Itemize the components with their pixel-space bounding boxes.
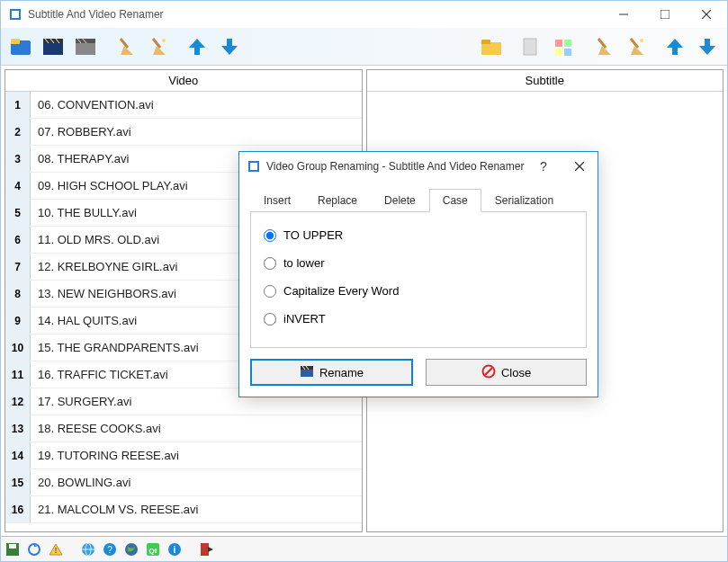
broom-sparkle-right-icon[interactable] [621, 32, 650, 61]
svg-rect-25 [555, 49, 562, 56]
radio-to-upper[interactable]: TO UPPER [264, 228, 573, 242]
document-gray-icon[interactable] [517, 32, 545, 61]
radio-invert[interactable]: iNVERT [264, 312, 573, 326]
clapper-gray-icon[interactable] [71, 32, 100, 61]
row-number: 14 [5, 442, 31, 468]
broom-icon[interactable] [111, 32, 139, 61]
tab-case[interactable]: Case [429, 189, 481, 212]
row-filename: 19. TUTORING REESE.avi [31, 449, 362, 462]
arrow-up-right-icon[interactable] [661, 32, 689, 61]
row-number: 2 [5, 119, 31, 145]
table-row[interactable]: 1520. BOWLING.avi [5, 469, 362, 496]
tab-panel-case: TO UPPER to lower Capitalize Every Word … [250, 212, 587, 348]
svg-rect-31 [9, 544, 16, 549]
svg-rect-22 [524, 39, 536, 55]
qt-icon[interactable]: Qt [145, 541, 161, 558]
no-entry-icon [481, 364, 496, 381]
globe-dark-icon[interactable] [123, 541, 139, 558]
radio-capitalize[interactable]: Capitalize Every Word [264, 284, 573, 298]
row-number: 11 [5, 361, 31, 388]
radio-to-lower[interactable]: to lower [264, 256, 573, 270]
svg-rect-24 [564, 40, 571, 47]
rename-button[interactable]: Rename [250, 359, 413, 386]
minimize-button[interactable] [603, 1, 644, 28]
help-icon[interactable]: ? [102, 541, 118, 558]
folder-blue-icon[interactable] [6, 32, 35, 61]
tab-insert[interactable]: Insert [250, 189, 304, 212]
clapper-dark-icon[interactable] [39, 32, 67, 61]
warning-icon[interactable]: ! [48, 541, 64, 558]
svg-text:?: ? [107, 545, 112, 555]
tab-replace[interactable]: Replace [304, 189, 371, 212]
rename-button-label: Rename [319, 366, 364, 379]
maximize-button[interactable] [644, 1, 686, 28]
radio-label-capitalize: Capitalize Every Word [283, 284, 399, 298]
app-icon [8, 7, 22, 22]
table-row[interactable]: 106. CONVENTION.avi [5, 92, 362, 119]
svg-rect-7 [11, 39, 20, 44]
broom-sparkle-icon[interactable] [143, 32, 172, 61]
svg-rect-8 [43, 42, 63, 55]
row-filename: 21. MALCOLM VS. REESE.avi [31, 503, 362, 516]
info-icon[interactable]: i [166, 541, 183, 558]
row-number: 7 [5, 254, 31, 280]
close-button[interactable] [686, 1, 727, 28]
row-number: 6 [5, 227, 31, 253]
row-filename: 06. CONVENTION.avi [31, 98, 362, 112]
window-controls [603, 1, 727, 28]
table-row[interactable]: 1621. MALCOLM VS. REESE.avi [5, 496, 362, 523]
titlebar: Subtitle And Video Renamer [1, 1, 727, 28]
svg-rect-44 [201, 543, 209, 556]
dialog-app-icon [247, 159, 261, 174]
window-title: Subtitle And Video Renamer [28, 8, 603, 21]
refresh-icon[interactable] [26, 541, 42, 558]
broom-right-icon[interactable] [589, 32, 617, 61]
dialog-tabs: Insert Replace Delete Case Serialization [250, 188, 587, 212]
row-filename: 20. BOWLING.avi [31, 476, 362, 489]
dialog-title: Video Group Renaming - Subtitle And Vide… [266, 160, 526, 173]
exit-icon[interactable] [199, 541, 215, 558]
row-number: 3 [5, 146, 31, 172]
svg-rect-20 [481, 42, 501, 55]
row-number: 1 [5, 92, 31, 118]
table-row[interactable]: 1419. TUTORING REESE.avi [5, 442, 362, 469]
dialog-close-button[interactable] [562, 152, 598, 181]
svg-point-19 [162, 39, 166, 42]
svg-line-54 [485, 368, 492, 375]
table-row[interactable]: 207. ROBBERY.avi [5, 119, 362, 146]
document-colors-icon[interactable] [549, 32, 578, 61]
svg-rect-26 [564, 49, 571, 56]
rename-dialog: Video Group Renaming - Subtitle And Vide… [238, 151, 598, 397]
svg-rect-1 [12, 11, 19, 18]
row-number: 5 [5, 200, 31, 226]
tab-serialization[interactable]: Serialization [481, 189, 567, 212]
row-filename: 18. REESE COOKS.avi [31, 422, 362, 435]
save-icon[interactable] [4, 541, 21, 558]
globe-icon[interactable] [80, 541, 96, 558]
dialog-titlebar: Video Group Renaming - Subtitle And Vide… [239, 152, 598, 181]
toolbar [1, 28, 727, 66]
svg-text:!: ! [55, 546, 58, 555]
statusbar: ! ? Qt i [1, 536, 727, 561]
folder-yellow-icon[interactable] [477, 32, 506, 61]
arrow-down-right-icon[interactable] [693, 32, 722, 61]
clapper-small-icon [300, 364, 314, 381]
subtitle-panel-header: Subtitle [367, 70, 724, 92]
row-number: 16 [5, 496, 31, 522]
radio-label-invert: iNVERT [283, 312, 326, 326]
radio-label-upper: TO UPPER [283, 228, 343, 242]
svg-rect-21 [481, 40, 490, 44]
row-number: 10 [5, 335, 31, 361]
row-number: 4 [5, 173, 31, 199]
arrow-up-icon[interactable] [183, 32, 211, 61]
arrow-down-icon[interactable] [215, 32, 244, 61]
table-row[interactable]: 1318. REESE COOKS.avi [5, 415, 362, 442]
tab-delete[interactable]: Delete [371, 189, 429, 212]
svg-rect-3 [661, 10, 670, 19]
svg-rect-49 [301, 369, 313, 377]
row-number: 9 [5, 308, 31, 334]
row-filename: 07. ROBBERY.avi [31, 125, 362, 138]
dialog-help-button[interactable]: ? [526, 152, 562, 181]
close-dialog-button[interactable]: Close [426, 359, 587, 386]
svg-text:i: i [174, 545, 176, 555]
